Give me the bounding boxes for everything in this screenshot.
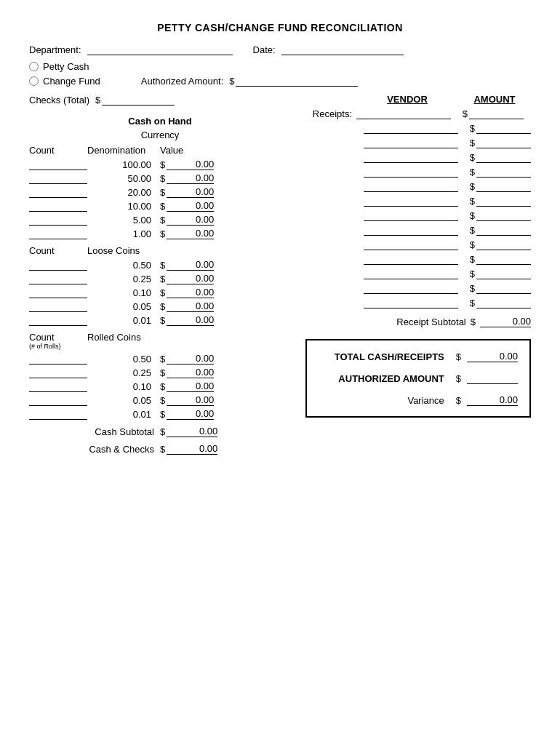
loose-count-3[interactable]: [29, 301, 87, 312]
loose-count-1[interactable]: [29, 274, 87, 284]
change-fund-label: Change Fund: [43, 76, 100, 87]
rolled-value-input-1[interactable]: [167, 367, 214, 378]
variance-input[interactable]: [467, 394, 518, 406]
receipt-amount-input-11[interactable]: [476, 253, 531, 265]
currency-count-3[interactable]: [29, 201, 87, 212]
change-fund-radio[interactable]: [29, 76, 39, 86]
authorized-summary-dollar: $: [456, 373, 461, 384]
receipt-amount-input-14[interactable]: [476, 297, 531, 308]
receipt-vendor-4[interactable]: [364, 151, 458, 163]
receipt-amount-input-2[interactable]: [476, 122, 531, 134]
rolled-value-input-3[interactable]: [167, 394, 214, 406]
currency-count-2[interactable]: [29, 187, 87, 198]
receipt-amount-input-10[interactable]: [476, 239, 531, 250]
currency-count-0[interactable]: [29, 159, 87, 170]
cash-subtotal-input[interactable]: [167, 426, 217, 437]
receipt-amount-input-13[interactable]: [476, 282, 531, 294]
currency-count-5[interactable]: [29, 228, 87, 239]
currency-rows: 100.00 $ 50.00 $ 20.00 $ 10.00 $ 5.00 $: [29, 159, 291, 239]
receipt-amount-input-3[interactable]: [476, 137, 531, 148]
petty-cash-radio[interactable]: [29, 62, 39, 71]
rolled-value-wrap-0: $: [160, 353, 214, 364]
loose-value-input-4[interactable]: [167, 314, 214, 326]
rolled-count-1[interactable]: [29, 367, 87, 378]
receipt-amount-input-4[interactable]: [476, 151, 531, 163]
rolled-count-4[interactable]: [29, 409, 87, 420]
receipt-vendor-6[interactable]: [364, 180, 458, 192]
currency-count-4[interactable]: [29, 215, 87, 226]
currency-value-input-4[interactable]: [167, 214, 214, 226]
receipt-row-8: $: [305, 210, 531, 221]
rolled-count-3[interactable]: [29, 395, 87, 406]
currency-value-input-5[interactable]: [167, 228, 214, 239]
receipt-vendor-input-1[interactable]: [356, 108, 451, 119]
currency-value-input-2[interactable]: [167, 186, 214, 198]
receipt-amount-input-7[interactable]: [476, 195, 531, 207]
receipt-amount-input-8[interactable]: [476, 210, 531, 221]
rolled-dollar-2: $: [160, 381, 165, 392]
receipt-amount-input-9[interactable]: [476, 224, 531, 236]
loose-count-2[interactable]: [29, 287, 87, 298]
receipt-vendor-14[interactable]: [364, 297, 458, 308]
currency-count-1[interactable]: [29, 173, 87, 184]
rolled-count-0[interactable]: [29, 354, 87, 364]
receipt-vendor-8[interactable]: [364, 210, 458, 221]
right-column: VENDOR AMOUNT Receipts: $ $ $ $: [305, 94, 531, 418]
receipt-subtotal-input[interactable]: [480, 316, 531, 327]
loose-dollar-0: $: [160, 260, 165, 271]
receipt-row-5: $: [305, 166, 531, 178]
rolled-dollar-1: $: [160, 367, 165, 378]
receipt-vendor-9[interactable]: [364, 224, 458, 236]
receipt-row-6: $: [305, 180, 531, 192]
receipts-first-row: Receipts: $: [305, 108, 531, 119]
loose-count-4[interactable]: [29, 315, 87, 326]
receipt-vendor-11[interactable]: [364, 253, 458, 265]
currency-denom-5: 1.00: [87, 228, 160, 239]
receipt-amount-input-12[interactable]: [476, 268, 531, 279]
receipt-vendor-10[interactable]: [364, 239, 458, 250]
receipt-amount-wrap-14: $: [458, 297, 531, 308]
rolled-value-wrap-4: $: [160, 408, 214, 420]
receipt-amount-input-1[interactable]: [469, 108, 524, 119]
currency-value-wrap-0: $: [160, 159, 214, 170]
authorized-amount-input[interactable]: [236, 75, 358, 87]
receipt-amount-wrap-6: $: [458, 180, 531, 192]
receipt-vendor-2[interactable]: [364, 122, 458, 134]
receipt-amount-wrap-10: $: [458, 239, 531, 250]
currency-dollar-2: $: [160, 187, 165, 198]
cash-checks-label: Cash & Checks: [29, 444, 160, 455]
loose-count-0[interactable]: [29, 260, 87, 271]
receipt-rows: $ $ $ $ $ $ $: [305, 122, 531, 308]
currency-row-0: 100.00 $: [29, 159, 291, 170]
rolled-value-input-2[interactable]: [167, 381, 214, 392]
department-input[interactable]: [87, 44, 233, 55]
loose-coins-header: Count Loose Coins: [29, 245, 291, 256]
receipt-amount-input-6[interactable]: [476, 180, 531, 192]
receipt-vendor-12[interactable]: [364, 268, 458, 279]
checks-input[interactable]: [102, 94, 175, 105]
receipt-amount-wrap-3: $: [458, 137, 531, 148]
checks-field: $: [95, 94, 175, 105]
loose-value-input-0[interactable]: [167, 259, 214, 271]
rolled-value-input-4[interactable]: [167, 408, 214, 420]
loose-value-input-2[interactable]: [167, 287, 214, 298]
receipt-vendor-3[interactable]: [364, 137, 458, 148]
loose-value-input-1[interactable]: [167, 273, 214, 284]
currency-row-3: 10.00 $: [29, 200, 291, 212]
receipt-amount-input-5[interactable]: [476, 166, 531, 178]
rolled-value-input-0[interactable]: [167, 353, 214, 364]
cash-checks-input[interactable]: [167, 443, 217, 455]
receipt-vendor-13[interactable]: [364, 282, 458, 294]
currency-value-input-1[interactable]: [167, 172, 214, 184]
currency-dollar-5: $: [160, 228, 165, 239]
receipt-vendor-7[interactable]: [364, 195, 458, 207]
total-cash-receipts-input[interactable]: [467, 351, 518, 362]
receipt-vendor-5[interactable]: [364, 166, 458, 178]
loose-value-input-3[interactable]: [167, 300, 214, 312]
authorized-amount-summary-input[interactable]: [467, 372, 518, 384]
currency-value-input-0[interactable]: [167, 159, 214, 170]
date-input[interactable]: [281, 44, 404, 55]
receipt-dollar-13: $: [470, 283, 475, 294]
currency-value-input-3[interactable]: [167, 200, 214, 212]
rolled-count-2[interactable]: [29, 381, 87, 392]
